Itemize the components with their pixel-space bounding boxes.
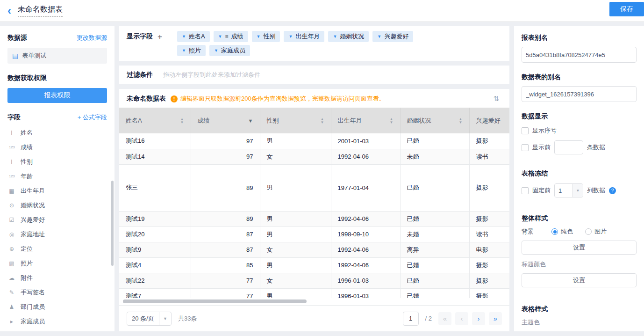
report-permission-button[interactable]: 报表权限 [7,88,107,103]
table-row[interactable]: 测试777男1996-01-03已婚摄影 [119,288,509,298]
field-item[interactable]: 123成绩 [7,140,107,154]
plus-icon: + [78,114,81,121]
field-item[interactable]: ⊕定位 [7,241,107,256]
field-item[interactable]: ✎手写签名 [7,285,107,299]
sort-desc-icon[interactable]: ▼ [248,118,253,124]
field-item[interactable]: ☑兴趣爱好 [7,212,107,227]
show-first-count-input[interactable] [554,140,583,154]
display-field-chip[interactable]: ▼姓名A [177,31,210,42]
help-icon[interactable]: ? [609,187,616,194]
column-header[interactable]: 性别▲▼ [260,108,331,133]
next-page-icon[interactable]: › [472,312,485,325]
table-row[interactable]: 测试1697男2001-01-03已婚摄影 [119,133,509,149]
background-image-option[interactable]: 图片 [585,227,607,236]
sort-icon[interactable]: ▲▼ [180,117,184,124]
table-cell: 已婚 [400,164,469,211]
expand-arrow-icon: ▸ [7,318,16,325]
datasource-item[interactable]: ▤ 表单测试 [7,48,107,64]
show-index-checkbox[interactable] [522,127,529,134]
change-datasource-link[interactable]: 更改数据源 [77,34,107,42]
address-icon: ◎ [7,231,16,238]
add-display-field-button[interactable]: + [157,33,162,41]
prev-page-icon[interactable]: ‹ [455,312,468,325]
chevron-down-icon[interactable]: ▼ [159,312,171,325]
field-item[interactable]: ▨照片 [7,256,107,270]
title-color-set-button[interactable]: 设置 [522,273,637,287]
field-item[interactable]: ♟部门成员 [7,299,107,314]
chevron-down-icon[interactable]: ▼ [377,34,381,39]
display-field-chip[interactable]: ▼婚姻状况 [328,31,369,42]
display-field-chip[interactable]: ▼家庭成员 [209,45,250,56]
chevron-down-icon[interactable]: ▼ [257,34,261,39]
background-set-button[interactable]: 设置 [522,241,637,255]
page-title[interactable]: 未命名数据表 [18,5,63,17]
field-item[interactable]: ⊙婚姻状况 [7,198,107,212]
display-field-chip[interactable]: ▼兴趣爱好 [372,31,413,42]
fields-title: 字段 [7,113,21,122]
display-field-chip[interactable]: ▼≡成绩 [214,31,248,42]
current-page-input[interactable]: 1 [403,312,419,326]
table-row[interactable]: 张三89男1977-01-04已婚摄影 [119,164,509,211]
scrollbar-thumb[interactable] [123,299,307,303]
table-cell: 摄影 [469,164,509,211]
column-header[interactable]: 出生年月▲▼ [331,108,400,133]
freeze-checkbox[interactable] [522,187,529,194]
table-row[interactable]: 测试1497女1992-04-06未婚读书 [119,149,509,164]
sidebar-scrollbar[interactable] [111,181,114,266]
chevron-down-icon[interactable]: ▼ [182,34,186,39]
display-field-chip[interactable]: ▼出生年月 [284,31,324,42]
table-cell: 男 [260,133,331,149]
sort-icon[interactable]: ▲▼ [390,117,394,124]
freeze-title: 表格冻结 [522,169,637,178]
field-item[interactable]: ◎家庭地址 [7,227,107,241]
field-item[interactable]: I性别 [7,154,107,169]
table-row[interactable]: 测试485男1992-04-06已婚摄影 [119,257,509,273]
solid-color-label: 纯色 [561,227,573,236]
save-button[interactable]: 保存 [609,2,644,16]
top-bar: ‹ 未命名数据表 保存 [0,0,644,22]
page-size-select[interactable]: 20 条/页 ▼ [127,312,172,326]
table-cell: 87 [191,226,260,242]
sort-icon[interactable]: ▲▼ [321,117,324,124]
formula-field-link[interactable]: + 公式字段 [78,113,107,122]
display-field-chip[interactable]: ▼性别 [252,31,280,42]
sort-icon[interactable]: ▲▼ [459,117,463,124]
table-alias-input[interactable] [522,86,637,102]
column-header[interactable]: 成绩▼ [191,108,260,133]
chevron-down-icon[interactable]: ▼ [218,34,222,39]
total-pages: / 2 [425,315,432,322]
radio-selected-icon[interactable] [551,228,558,235]
field-item[interactable]: 123年龄 [7,169,107,183]
chevron-down-icon[interactable]: ▼ [572,184,583,197]
background-solid-option[interactable]: 纯色 [551,227,573,236]
freeze-count-stepper[interactable]: 1 ▼ [554,183,583,197]
chevron-down-icon[interactable]: ▼ [288,34,293,39]
chevron-down-icon[interactable]: ▼ [214,48,218,53]
field-item[interactable]: ▸家庭成员 [7,314,107,329]
field-item[interactable]: I姓名 [7,125,107,140]
column-header[interactable]: 婚姻状况▲▼ [400,108,469,133]
filter-dropzone[interactable]: 拖动左侧字段到此处来添加过滤条件 [163,71,260,79]
show-first-checkbox[interactable] [522,144,529,151]
image-label: 图片 [594,227,607,236]
field-item[interactable]: ☁附件 [7,270,107,285]
first-page-icon[interactable]: « [438,312,451,325]
sort-desc-icon: ▼ [459,121,463,124]
table-row[interactable]: 测试2087男1998-09-10未婚读书 [119,226,509,242]
sort-order-icon[interactable]: ⇅ [493,95,499,103]
column-header[interactable]: 姓名A▲▼ [119,108,191,133]
display-field-chip[interactable]: ▼照片 [177,45,206,56]
table-row[interactable]: 测试987女1992-04-06离异电影 [119,242,509,257]
horizontal-scrollbar[interactable] [123,299,506,305]
back-icon[interactable]: ‹ [7,5,11,16]
chevron-down-icon[interactable]: ▼ [333,34,337,39]
chevron-down-icon[interactable]: ▼ [182,48,186,53]
radio-unselected-icon[interactable] [585,228,592,235]
table-row[interactable]: 测试2277女1996-01-03已婚摄影 [119,273,509,288]
field-item[interactable]: ▦出生年月 [7,183,107,198]
table-row[interactable]: 测试1989男1992-04-06已婚摄影 [119,211,509,226]
last-page-icon[interactable]: » [489,312,502,325]
title-color-label: 标题颜色 [522,260,637,269]
report-alias-input[interactable] [522,47,637,63]
column-header[interactable]: 兴趣爱好▲▼ [469,108,509,133]
